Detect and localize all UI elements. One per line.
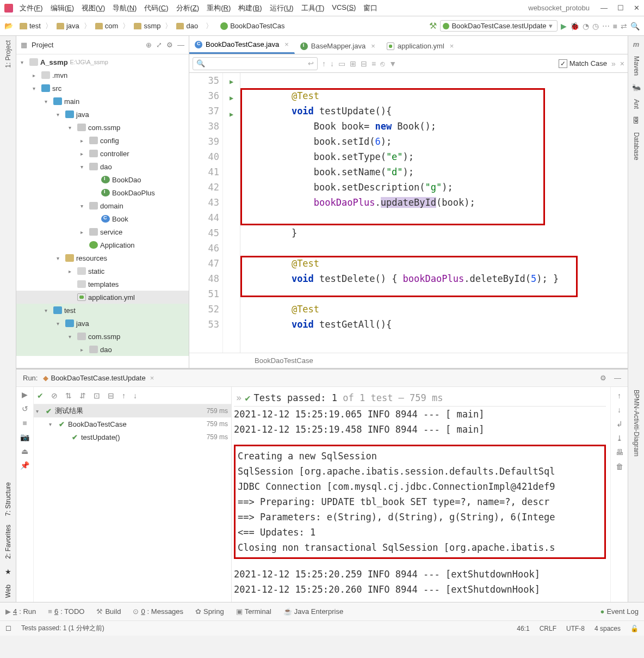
editor-tab[interactable]: BookDaoTestCase.java× [189, 36, 295, 54]
prev-match-icon[interactable]: ↑ [322, 59, 326, 68]
run-config-select[interactable]: BookDaoTestCase.testUpdate ▾ [440, 20, 557, 32]
editor-tab[interactable]: BaseMapper.java× [295, 38, 381, 54]
pin-run-icon[interactable]: 📌 [20, 461, 29, 470]
database-icon[interactable]: 🗄 [633, 116, 640, 125]
tree-item[interactable]: ▾dao [16, 160, 189, 173]
tree-item[interactable]: ▾main [16, 95, 189, 108]
tree-item[interactable]: ▾resources [16, 251, 189, 265]
filter-icon[interactable]: ▼ [389, 59, 397, 68]
gear-icon[interactable]: ⚙ [166, 41, 173, 49]
gutter-icons[interactable]: ▶▶▶ [223, 73, 240, 353]
collapse-icon[interactable]: ⊟ [108, 391, 114, 400]
tree-item[interactable]: ▸dao [16, 343, 189, 356]
menu-item[interactable]: 运行(U) [270, 3, 294, 13]
dump-icon[interactable]: 📷 [20, 433, 29, 441]
test-tree-item[interactable]: ▾✔测试结果759 ms [34, 404, 231, 417]
select-all-icon[interactable]: ▭ [338, 59, 345, 68]
tool-ant-tab[interactable]: Ant [633, 99, 640, 109]
tree-item[interactable]: ▸controller [16, 147, 189, 160]
scroll-up-icon[interactable]: ↑ [617, 391, 621, 400]
tool-bpmn-tab[interactable]: BPMN-Activiti-Diagram [633, 390, 640, 457]
more-icon[interactable]: » [611, 59, 616, 68]
breadcrumb-class[interactable]: BookDaoTestCas [217, 21, 288, 31]
remove-selection-icon[interactable]: ⊟ [361, 59, 367, 68]
menu-item[interactable]: 文件(F) [20, 3, 43, 13]
bottom-tab[interactable]: ✿ Spring [195, 607, 224, 616]
prev-test-icon[interactable]: ↑ [122, 391, 126, 400]
debug-icon[interactable]: 🐞 [570, 22, 579, 30]
tool-favorites-tab[interactable]: 2: Favorites [4, 525, 12, 559]
coverage-icon[interactable]: ◔ [583, 22, 589, 30]
tree-root[interactable]: ▾A_ssmp E:\JG\A_ssmp [16, 56, 189, 69]
tool-project-tab[interactable]: 1: Project [4, 40, 12, 68]
star-icon[interactable]: ★ [5, 568, 11, 576]
breadcrumb-item[interactable]: java [53, 21, 83, 31]
find-icon[interactable]: 🔍 [630, 22, 640, 30]
event-log-tab[interactable]: ● Event Log [600, 607, 639, 616]
menu-item[interactable]: 分析(Z) [176, 3, 200, 13]
menu-item[interactable]: 视图(V) [82, 3, 105, 13]
bottom-tab[interactable]: ▣ Terminal [236, 607, 271, 616]
hide-icon[interactable]: — [177, 41, 184, 49]
scroll-end-icon[interactable]: ⤓ [616, 434, 623, 442]
encoding[interactable]: UTF-8 [566, 625, 585, 632]
close-tab-icon[interactable]: × [284, 40, 289, 48]
tree-item[interactable]: ▾src [16, 82, 189, 95]
toggle-auto-icon[interactable]: ↺ [22, 404, 28, 413]
tree-item[interactable]: ▾java [16, 317, 189, 330]
lock-icon[interactable]: 🔓 [630, 625, 639, 632]
editor-breadcrumb[interactable]: BookDaoTestCase [189, 353, 628, 368]
maven-m-icon[interactable]: m [633, 40, 640, 48]
ant-icon[interactable]: 🐜 [632, 83, 641, 91]
caret-pos[interactable]: 46:1 [517, 625, 529, 632]
stop-icon[interactable]: ■ [613, 22, 617, 30]
rerun-icon[interactable]: ▶ [22, 390, 28, 399]
menu-item[interactable]: 导航(N) [113, 3, 137, 13]
menu-item[interactable]: 编辑(E) [51, 3, 74, 13]
bottom-tab[interactable]: ⚒ Build [96, 607, 121, 616]
indent[interactable]: 4 spaces [595, 625, 621, 632]
tree-item[interactable]: ▸config [16, 134, 189, 147]
tree-item[interactable]: Application [16, 238, 189, 251]
breadcrumb-item[interactable]: test [16, 21, 44, 31]
select-opened-icon[interactable]: ⊕ [146, 41, 152, 49]
editor-tab[interactable]: application.yml× [381, 38, 460, 54]
menu-item[interactable]: VCS(S) [332, 3, 356, 13]
tool-maven-tab[interactable]: Maven [633, 56, 640, 76]
menu-item[interactable]: 窗口 [363, 3, 377, 13]
maximize-icon[interactable]: ☐ [617, 4, 624, 12]
console-output[interactable]: » ✔ Tests passed: 1 of 1 test – 759 ms 2… [232, 387, 610, 602]
test-tree-item[interactable]: ▾✔BookDaoTestCase759 ms [34, 417, 231, 431]
breadcrumb-item[interactable]: dao [173, 21, 201, 31]
scroll-down-icon[interactable]: ↓ [617, 405, 621, 414]
match-case-checkbox[interactable]: ✓ Match Case [559, 59, 607, 68]
next-test-icon[interactable]: ↓ [133, 391, 137, 400]
menu-item[interactable]: 代码(C) [144, 3, 168, 13]
tool-web-tab[interactable]: Web [4, 585, 12, 598]
add-selection-icon[interactable]: ⊞ [350, 59, 356, 68]
show-passed-icon[interactable]: ✔ [37, 391, 44, 400]
run-settings-icon[interactable]: ⚙ [600, 374, 606, 382]
history-icon[interactable]: ↩ [308, 59, 314, 67]
tree-item[interactable]: ▸static [16, 265, 189, 278]
tree-item[interactable]: ▾domain [16, 199, 189, 212]
run-config-tab[interactable]: ◆ BookDaoTestCase.testUpdate × [43, 374, 154, 382]
soft-wrap-icon[interactable]: ↲ [616, 420, 623, 428]
tree-item[interactable]: ▾com.ssmp [16, 330, 189, 343]
update-icon[interactable]: ⇄ [621, 22, 627, 30]
run-test-tree[interactable]: ▾✔测试结果759 ms▾✔BookDaoTestCase759 ms✔test… [34, 404, 231, 602]
profile-icon[interactable]: ◷ [592, 22, 599, 30]
menu-item[interactable]: 重构(R) [207, 3, 231, 13]
close-findbar-icon[interactable]: × [620, 59, 624, 68]
next-match-icon[interactable]: ↓ [330, 59, 334, 68]
breadcrumb-item[interactable]: ssmp [131, 21, 164, 31]
more-tests-icon[interactable]: » [236, 390, 242, 405]
close-tab-icon[interactable]: × [150, 374, 154, 382]
tree-item[interactable]: templates [16, 278, 189, 291]
pin-icon[interactable]: ⎋ [380, 59, 385, 68]
tree-item[interactable]: BookDaoPlus [16, 186, 189, 199]
close-icon[interactable]: ✕ [634, 4, 640, 12]
minimize-icon[interactable]: — [600, 4, 608, 12]
breadcrumb-item[interactable]: com [92, 21, 122, 31]
exit-icon[interactable]: ⏏ [21, 447, 28, 456]
